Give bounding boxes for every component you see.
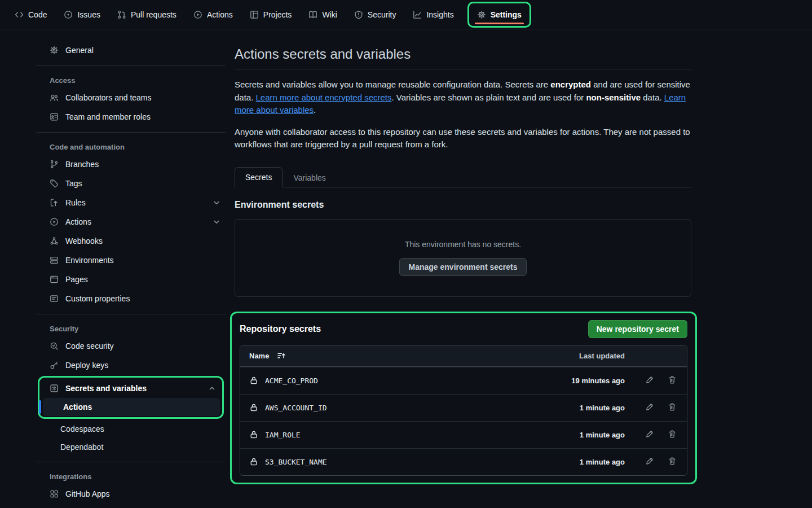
- sort-ascending-icon[interactable]: [277, 351, 286, 360]
- sidebar-section-access: Access Collaborators and teams Team and …: [36, 72, 226, 126]
- sidebar-item-branches[interactable]: Branches: [36, 155, 226, 174]
- nav-tab-label: Settings: [491, 10, 522, 19]
- sidebar-item-collaborators-and-teams[interactable]: Collaborators and teams: [36, 88, 226, 107]
- sidebar-section-title: Security: [36, 320, 226, 336]
- codescan-icon: [50, 341, 59, 351]
- sidebar-item-general[interactable]: General: [36, 41, 226, 60]
- edit-secret-button[interactable]: [644, 456, 655, 468]
- sidebar-section-title: Integrations: [36, 468, 226, 484]
- table-icon: [250, 10, 259, 19]
- edit-secret-button[interactable]: [644, 374, 655, 387]
- server-icon: [50, 256, 59, 265]
- people-icon: [50, 93, 59, 102]
- apps-icon: [50, 489, 59, 498]
- secret-last-updated: 1 minute ago: [540, 458, 625, 466]
- new-repository-secret-button[interactable]: New repository secret: [588, 320, 687, 338]
- sidebar-item-rules[interactable]: Rules: [36, 193, 226, 212]
- play-icon: [50, 217, 59, 226]
- sidebar-item-email-notifications[interactable]: Email notifications: [36, 503, 226, 508]
- edit-secret-button[interactable]: [644, 428, 655, 441]
- nav-tab-label: Insights: [426, 10, 453, 19]
- nav-tab-insights[interactable]: Insights: [406, 5, 460, 25]
- sidebar-item-environments[interactable]: Environments: [36, 251, 226, 270]
- repository-secrets-table: Name Last updated ACME_CO_PROD 19 minute…: [240, 345, 687, 476]
- repository-secrets-heading: Repository secrets: [240, 324, 321, 334]
- sidebar-item-actions[interactable]: Actions: [36, 212, 226, 231]
- environment-secrets-empty-box: This environment has no secrets. Manage …: [235, 219, 691, 297]
- nav-tab-label: Wiki: [322, 10, 337, 19]
- sidebar-subitem-codespaces[interactable]: Codespaces: [40, 420, 226, 438]
- lock-icon: [249, 376, 258, 385]
- settings-sidebar: General Access Collaborators and teams T…: [36, 41, 226, 508]
- lock-icon: [249, 430, 258, 439]
- play-icon: [193, 10, 202, 19]
- graph-icon: [413, 10, 422, 19]
- intro-text: Secrets and variables allow you to manag…: [235, 78, 691, 117]
- sidebar-item-code-security[interactable]: Code security: [36, 336, 226, 356]
- nav-tab-projects[interactable]: Projects: [243, 5, 299, 25]
- sidebar-section-title: Access: [36, 72, 226, 88]
- git-pull-request-icon: [117, 10, 126, 19]
- sidebar-item-team-and-member-roles[interactable]: Team and member roles: [36, 107, 226, 126]
- nav-tab-pull-requests[interactable]: Pull requests: [111, 5, 183, 25]
- tab-secrets[interactable]: Secrets: [235, 167, 283, 187]
- code-icon: [15, 10, 24, 19]
- trash-icon: [668, 430, 677, 439]
- sidebar-item-pages[interactable]: Pages: [36, 270, 226, 289]
- trash-icon: [668, 402, 677, 411]
- inline-link[interactable]: Learn more about encrypted secrets: [256, 93, 392, 102]
- sidebar-item-webhooks[interactable]: Webhooks: [36, 231, 226, 251]
- sidebar-item-secrets-and-variables[interactable]: Secrets and variables: [41, 379, 221, 398]
- pencil-icon: [645, 430, 654, 439]
- sidebar-item-deploy-keys[interactable]: Deploy keys: [36, 356, 226, 375]
- secret-last-updated: 1 minute ago: [540, 404, 625, 412]
- sidebar-item-custom-properties[interactable]: Custom properties: [36, 289, 226, 308]
- gear-icon: [477, 10, 486, 19]
- key-icon: [50, 361, 59, 370]
- secret-name: AWS_ACCOUNT_ID: [265, 404, 327, 412]
- manage-environment-secrets-button[interactable]: Manage environment secrets: [399, 258, 527, 276]
- nav-tab-actions[interactable]: Actions: [187, 5, 240, 25]
- sidebar-item-github-apps[interactable]: GitHub Apps: [36, 484, 226, 503]
- repository-secrets-header: Repository secrets New repository secret: [240, 320, 687, 338]
- nav-tab-security[interactable]: Security: [347, 5, 403, 25]
- gear-icon: [50, 46, 59, 55]
- column-last-updated-label: Last updated: [540, 352, 625, 360]
- sidebar-section-integrations: Integrations GitHub Apps Email notificat…: [36, 468, 226, 508]
- sidebar-item-tags[interactable]: Tags: [36, 174, 226, 193]
- browser-icon: [50, 275, 59, 284]
- note-icon: [50, 294, 59, 303]
- chevron-up-icon: [208, 384, 217, 393]
- table-header-row: Name Last updated: [240, 345, 687, 367]
- nav-tab-label: Issues: [77, 10, 100, 19]
- delete-secret-button[interactable]: [667, 374, 678, 387]
- environment-secrets-heading: Environment secrets: [235, 200, 691, 210]
- empty-environment-message: This environment has no secrets.: [405, 240, 521, 249]
- secret-last-updated: 19 minutes ago: [540, 376, 625, 385]
- repository-secrets-section: Repository secrets New repository secret…: [230, 312, 697, 484]
- lock-icon: [249, 457, 258, 466]
- settings-content: Actions secrets and variables Secrets an…: [235, 29, 691, 484]
- secret-name: ACME_CO_PROD: [265, 376, 318, 385]
- nav-tab-wiki[interactable]: Wiki: [302, 5, 343, 25]
- column-name-label: Name: [249, 352, 269, 360]
- delete-secret-button[interactable]: [667, 401, 678, 414]
- chevron-down-icon: [212, 198, 221, 207]
- sidebar-subitem-actions[interactable]: Actions: [43, 398, 220, 416]
- nav-tab-settings[interactable]: Settings: [467, 2, 531, 28]
- page-title: Actions secrets and variables: [235, 46, 691, 69]
- pencil-icon: [645, 375, 654, 384]
- edit-secret-button[interactable]: [644, 401, 655, 414]
- tab-variables[interactable]: Variables: [283, 168, 336, 187]
- annotation-box-secrets-and-variables: Secrets and variables Actions: [38, 376, 224, 419]
- delete-secret-button[interactable]: [667, 428, 678, 441]
- nav-tab-code[interactable]: Code: [8, 5, 54, 25]
- delete-secret-button[interactable]: [667, 456, 678, 468]
- repo-nav-tabs: Code Issues Pull requests Actions Projec…: [8, 2, 531, 28]
- nav-tab-label: Security: [368, 10, 396, 19]
- repo-tab-bar: Code Issues Pull requests Actions Projec…: [0, 0, 812, 29]
- nav-tab-issues[interactable]: Issues: [57, 5, 107, 25]
- bold-text: encrypted: [550, 80, 591, 89]
- secret-last-updated: 1 minute ago: [540, 431, 625, 439]
- sidebar-subitem-dependabot[interactable]: Dependabot: [40, 438, 226, 456]
